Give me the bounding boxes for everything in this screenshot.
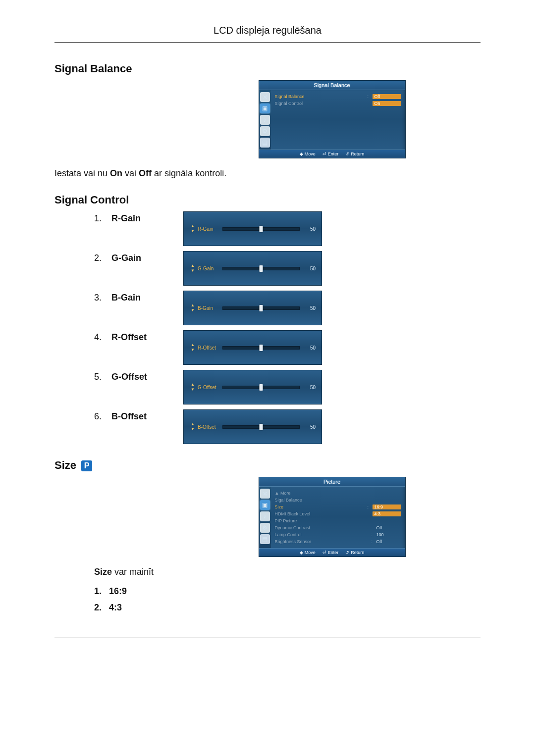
footer-rule — [54, 638, 481, 638]
return-icon: ↺ — [345, 151, 349, 156]
menu-lamp-control-value: 100 — [376, 532, 401, 537]
slider-value: 50 — [303, 226, 316, 232]
p-badge-icon: P — [81, 460, 92, 471]
osd-sidebar: ⤭ ▣ ♪ ⚙ ▤ — [259, 487, 271, 548]
list-name: B-Offset — [111, 411, 147, 421]
slider-label: R-Gain — [196, 226, 219, 232]
slider-value: 50 — [303, 424, 316, 430]
slider-osd-b-offset: ▲▼ B-Offset 50 — [183, 409, 322, 444]
slider-track — [222, 425, 300, 429]
list-name: R-Gain — [111, 213, 141, 223]
list-name: G-Gain — [111, 253, 141, 263]
list-name: B-Gain — [111, 293, 141, 302]
arrow-down-icon: ▼ — [191, 348, 195, 352]
arrow-down-icon: ▼ — [191, 229, 195, 233]
arrow-down-icon: ▼ — [191, 269, 195, 273]
arrow-up-icon: ▲ — [191, 343, 195, 347]
arrow-up-icon: ▲ — [191, 422, 195, 426]
multi-icon: ▤ — [260, 138, 270, 148]
setup-icon: ⚙ — [260, 523, 270, 533]
osd-title: Picture — [259, 477, 405, 487]
menu-lamp-control: Lamp Control — [275, 532, 372, 537]
list-name: R-Offset — [111, 332, 147, 342]
input-icon: ⤭ — [260, 489, 270, 499]
slider-osd-g-gain: ▲▼ G-Gain 50 — [183, 251, 322, 286]
menu-size-alt: 4:3 — [373, 511, 401, 516]
return-icon: ↺ — [345, 550, 349, 555]
slider-value: 50 — [303, 385, 316, 390]
slider-osd-r-gain: ▲▼ R-Gain 50 — [183, 211, 322, 246]
menu-size-label: Size — [275, 504, 368, 509]
slider-label: G-Offset — [196, 385, 219, 390]
section-heading-signal-control: Signal Control — [54, 194, 481, 206]
osd-signal-balance: Signal Balance ⤭ ▣ ♪ ⚙ ▤ Signal Balance … — [259, 80, 406, 158]
menu-size-selected: 16:9 — [373, 504, 401, 509]
footer-return: Return — [351, 550, 364, 555]
sound-icon: ♪ — [260, 115, 270, 125]
slider-value: 50 — [303, 305, 316, 311]
footer-move: Move — [305, 550, 316, 555]
slider-thumb — [260, 384, 263, 391]
signal-control-row: 5. G-Offset ▲▼ G-Offset 50 — [94, 370, 481, 404]
footer-enter: Enter — [328, 550, 339, 555]
signal-control-row: 2. G-Gain ▲▼ G-Gain 50 — [94, 251, 481, 286]
slider-osd-g-offset: ▲▼ G-Offset 50 — [183, 370, 322, 404]
arrow-up-icon: ▲ — [191, 224, 195, 228]
arrow-down-icon: ▼ — [191, 308, 195, 312]
signal-control-row: 6. B-Offset ▲▼ B-Offset 50 — [94, 409, 481, 444]
slider-track — [222, 306, 300, 310]
menu-option-off: Off — [373, 94, 401, 99]
slider-track — [222, 346, 300, 350]
osd-picture-size: Picture ⤭ ▣ ♪ ⚙ ▤ ▲ More Sigal Balance S… — [259, 477, 406, 557]
slider-track — [222, 386, 300, 389]
size-description: Size var mainīt — [94, 567, 481, 577]
menu-brightness-sensor-value: Off — [376, 539, 401, 544]
slider-label: G-Gain — [196, 266, 219, 271]
section-heading-size: Size P — [54, 459, 481, 472]
picture-icon: ▣ — [260, 103, 270, 113]
osd-footer: ◆Move ⏎Enter ↺Return — [259, 548, 405, 556]
move-icon: ◆ — [300, 550, 303, 555]
slider-thumb — [260, 265, 263, 272]
move-icon: ◆ — [300, 151, 303, 156]
menu-dynamic-contrast: Dynamic Contrast — [275, 525, 372, 530]
slider-track — [222, 227, 300, 231]
signal-control-row: 3. B-Gain ▲▼ B-Gain 50 — [94, 291, 481, 325]
arrow-up-icon: ▲ — [191, 383, 195, 387]
section-heading-signal-balance: Signal Balance — [54, 62, 481, 75]
osd-item-signal-balance: Signal Balance : Off — [275, 93, 401, 100]
footer-return: Return — [351, 151, 364, 156]
multi-icon: ▤ — [260, 534, 270, 544]
slider-label: B-Gain — [196, 305, 219, 311]
menu-label: Signal Control — [275, 101, 368, 106]
signal-control-row: 1. R-Gain ▲▼ R-Gain 50 — [94, 211, 481, 246]
footer-move: Move — [305, 151, 316, 156]
osd-title: Signal Balance — [259, 81, 405, 90]
size-options-list: 16:9 4:3 — [94, 586, 481, 613]
signal-control-row: 4. R-Offset ▲▼ R-Offset 50 — [94, 330, 481, 365]
picture-icon: ▣ — [260, 500, 270, 510]
menu-pip: PIP Picture — [275, 518, 401, 523]
list-item: 4:3 — [104, 603, 481, 613]
enter-icon: ⏎ — [322, 151, 326, 156]
menu-dynamic-contrast-value: Off — [376, 525, 401, 530]
slider-osd-r-offset: ▲▼ R-Offset 50 — [183, 330, 322, 365]
slider-value: 50 — [303, 266, 316, 271]
slider-label: R-Offset — [196, 345, 219, 351]
list-number: 3. — [94, 293, 109, 303]
slider-track — [222, 267, 300, 270]
osd-item-signal-control: Signal Control On — [275, 100, 401, 107]
page-title: LCD displeja regulēšana — [54, 25, 481, 43]
osd-sidebar: ⤭ ▣ ♪ ⚙ ▤ — [259, 90, 271, 150]
input-icon: ⤭ — [260, 92, 270, 102]
slider-thumb — [260, 305, 263, 311]
arrow-up-icon: ▲ — [191, 303, 195, 307]
menu-hdmi: HDMI Black Level — [275, 511, 368, 516]
slider-thumb — [260, 345, 263, 351]
arrow-down-icon: ▼ — [191, 427, 195, 431]
setup-icon: ⚙ — [260, 126, 270, 136]
osd-footer: ◆Move ⏎Enter ↺Return — [259, 150, 405, 158]
list-number: 1. — [94, 213, 109, 224]
list-item: 16:9 — [104, 586, 481, 597]
slider-value: 50 — [303, 345, 316, 351]
